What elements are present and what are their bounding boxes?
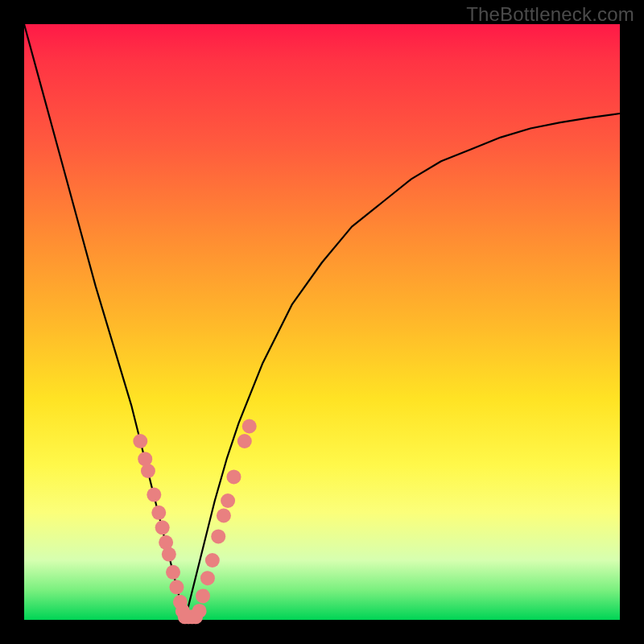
marker-dot	[205, 553, 220, 568]
marker-dot	[211, 529, 225, 543]
marker-dot	[200, 571, 215, 585]
marker-dot	[226, 469, 241, 484]
chart-svg	[24, 24, 620, 620]
marker-dot	[151, 506, 166, 520]
marker-dot	[196, 588, 210, 603]
marker-dot	[169, 580, 184, 594]
bottleneck-curve	[24, 24, 620, 620]
marker-dot	[242, 419, 257, 434]
chart-frame: TheBottleneck.com	[0, 0, 644, 644]
marker-dot	[147, 488, 161, 502]
curve-path	[24, 24, 620, 620]
marker-dot	[217, 509, 231, 523]
marker-dot	[166, 565, 180, 580]
marker-dot	[141, 464, 155, 478]
watermark-text: TheBottleneck.com	[466, 3, 634, 26]
plot-area	[24, 24, 620, 620]
marker-dot	[155, 520, 170, 535]
marker-dot	[192, 604, 207, 618]
marker-dot	[221, 493, 235, 508]
marker-dot	[162, 547, 176, 562]
marker-dot	[237, 434, 252, 448]
highlighted-points	[133, 419, 256, 625]
marker-dot	[133, 434, 147, 448]
